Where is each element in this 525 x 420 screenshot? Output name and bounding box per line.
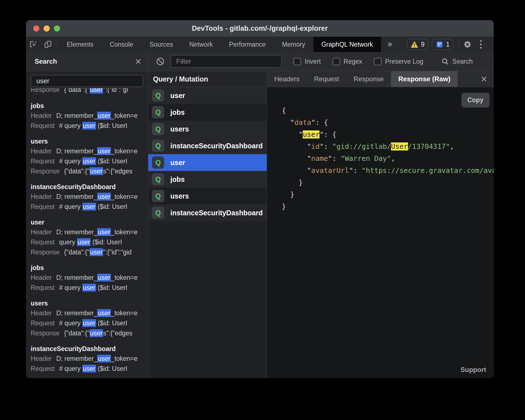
search-result-group-title: instanceSecurityDashboard <box>31 344 143 354</box>
search-result-row-label: Request <box>31 365 55 372</box>
query-row[interactable]: QinstanceSecurityDashboard <box>148 204 267 221</box>
search-result-row[interactable]: Response{"data":{"user":{"id":"gi <box>31 88 143 95</box>
tab-strip-right: 9 1 <box>403 37 494 52</box>
query-type-icon: Q <box>152 190 164 202</box>
search-result-row[interactable]: Request# query user ($id: UserI <box>31 283 143 293</box>
search-result-row-value: # query user ($id: UserI <box>59 365 127 373</box>
search-result-row[interactable]: Request# query user ($id: UserI <box>31 318 143 328</box>
query-row[interactable]: Quser <box>148 87 267 104</box>
more-tabs-icon[interactable] <box>381 37 398 52</box>
devtools-body: Search Response{"data":{"user":{"id":"gi… <box>26 52 494 378</box>
search-result-row-value: D; remember_user_token=e <box>56 309 137 317</box>
query-row-label: instanceSecurityDashboard <box>170 142 263 150</box>
query-row-label: users <box>170 125 189 133</box>
search-result-row-value: D; remember_user_token=e <box>56 355 137 362</box>
search-result-row-value: # query user ($id: UserI <box>59 319 127 327</box>
query-type-icon: Q <box>152 207 164 219</box>
message-count: 1 <box>446 41 450 48</box>
search-result-row-label: Header <box>31 309 52 317</box>
query-list-header: Query / Mutation <box>148 71 267 87</box>
response-panel: Headers Request Response Response (Raw) … <box>267 71 494 378</box>
search-result-row[interactable]: HeaderD; remember_user_token=e <box>31 308 143 318</box>
search-result-row[interactable]: Requestquery user ($id: UserI <box>31 237 143 247</box>
copy-button[interactable]: Copy <box>461 93 490 108</box>
close-window-button[interactable] <box>33 25 39 32</box>
search-result-row[interactable]: HeaderD; remember_user_token=e <box>31 192 143 202</box>
search-result-group-title: users <box>31 137 143 146</box>
search-result-row-label: Header <box>31 274 52 281</box>
warning-icon <box>411 41 418 48</box>
search-result-row-value: D; remember_user_token=e <box>56 274 137 281</box>
search-result-row[interactable]: Response{"data":{"users":{"edges <box>31 328 143 338</box>
tab-headers[interactable]: Headers <box>267 71 307 87</box>
tab-sources[interactable]: Sources <box>141 37 181 52</box>
toolbar-search-label: Search <box>452 58 473 65</box>
tab-response-raw[interactable]: Response (Raw) <box>391 71 458 87</box>
search-result-row-label: Request <box>31 157 55 165</box>
warnings-badge[interactable]: 9 <box>407 39 428 50</box>
inspect-element-icon[interactable] <box>26 37 40 52</box>
window-title: DevTools - gitlab.com/-/graphql-explorer <box>192 24 328 32</box>
search-result-row-value: D; remember_user_token=e <box>56 228 137 236</box>
search-input[interactable] <box>31 75 143 87</box>
preserve-log-checkbox[interactable] <box>374 58 381 65</box>
search-result-group-title: jobs <box>31 263 143 273</box>
tab-response[interactable]: Response <box>346 71 391 87</box>
query-row[interactable]: Qjobs <box>148 171 267 188</box>
kebab-menu-icon[interactable] <box>474 40 488 49</box>
query-row[interactable]: Qjobs <box>148 104 267 121</box>
query-row-label: user <box>170 92 185 100</box>
search-icon <box>441 58 449 65</box>
query-row[interactable]: Quser <box>148 154 267 171</box>
minimize-window-button[interactable] <box>44 25 50 32</box>
search-result-row-label: Response <box>31 330 60 337</box>
search-result-row-label: Header <box>31 228 52 236</box>
search-result-row[interactable]: Response{"data":{"users":{"edges <box>31 166 143 176</box>
invert-checkbox-group: Invert <box>293 58 321 65</box>
close-details-icon[interactable] <box>480 75 488 83</box>
tab-request[interactable]: Request <box>307 71 346 87</box>
search-result-row[interactable]: HeaderD; remember_user_token=e <box>31 273 143 283</box>
tab-network[interactable]: Network <box>181 37 221 52</box>
query-type-icon: Q <box>152 123 164 135</box>
settings-gear-icon[interactable] <box>461 40 474 49</box>
query-row[interactable]: Qusers <box>148 121 267 137</box>
search-result-row[interactable]: HeaderD; remember_user_token=e <box>31 354 143 364</box>
search-result-row[interactable]: Request# query user ($id: UserI <box>31 121 143 131</box>
search-result-group-title: jobs <box>31 101 143 111</box>
zoom-window-button[interactable] <box>54 25 60 32</box>
tab-graphql-network[interactable]: GraphQL Network <box>313 37 381 52</box>
tab-memory[interactable]: Memory <box>274 37 313 52</box>
regex-checkbox[interactable] <box>333 58 340 65</box>
tab-elements[interactable]: Elements <box>59 37 102 52</box>
response-json: { "data": { "user": { "id": "gid://gitla… <box>282 104 494 213</box>
tab-performance[interactable]: Performance <box>221 37 274 52</box>
title-bar: DevTools - gitlab.com/-/graphql-explorer <box>26 20 494 37</box>
query-row[interactable]: Qusers <box>148 188 267 204</box>
close-search-icon[interactable] <box>135 58 142 65</box>
window-controls <box>33 25 60 32</box>
messages-badge[interactable]: 1 <box>432 39 453 50</box>
search-result-row[interactable]: HeaderD; remember_user_token=e <box>31 227 143 237</box>
message-icon <box>436 41 443 48</box>
search-results: Response{"data":{"user":{"id":"gijobsHea… <box>31 88 143 374</box>
toolbar-search-button[interactable]: Search <box>441 58 473 65</box>
search-result-row[interactable]: HeaderD; remember_user_token=e <box>31 111 143 121</box>
search-result-row[interactable]: HeaderD; remember_user_token=e <box>31 146 143 156</box>
support-link[interactable]: Support <box>460 366 486 374</box>
query-row[interactable]: QinstanceSecurityDashboard <box>148 137 267 154</box>
search-result-row[interactable]: Request# query user ($id: UserI <box>31 202 143 212</box>
search-result-row[interactable]: Response{"data":{"user":{"id":"gid <box>31 247 143 257</box>
query-type-icon: Q <box>152 106 164 118</box>
search-result-row-label: Header <box>31 355 52 362</box>
filter-input[interactable] <box>171 55 282 68</box>
preserve-log-label: Preserve Log <box>385 58 423 65</box>
search-result-row[interactable]: Request# query user ($id: UserI <box>31 364 143 374</box>
device-toolbar-icon[interactable] <box>40 37 55 52</box>
invert-checkbox[interactable] <box>293 58 301 65</box>
search-result-row-label: Request <box>31 284 55 291</box>
clear-icon[interactable] <box>154 57 167 66</box>
tab-console[interactable]: Console <box>102 37 141 52</box>
query-rows: QuserQjobsQusersQinstanceSecurityDashboa… <box>148 87 267 221</box>
search-result-row[interactable]: Request# query user ($id: UserI <box>31 156 143 166</box>
